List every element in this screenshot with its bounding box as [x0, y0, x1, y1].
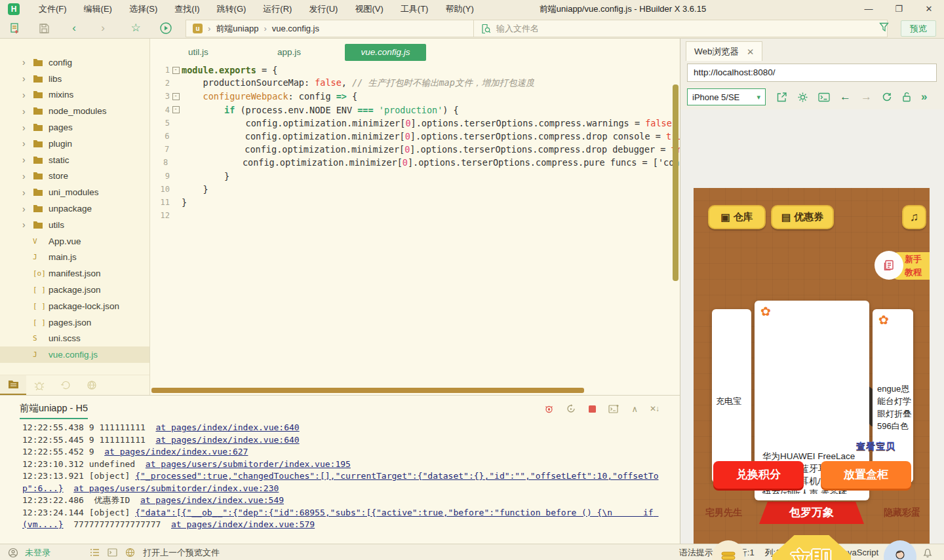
tree-folder-pages[interactable]: ›pages	[0, 119, 149, 136]
tree-file-package-lock.json[interactable]: [ ]package-lock.json	[0, 298, 149, 314]
editor-tab-util.js[interactable]: util.js	[179, 44, 218, 61]
menu-item[interactable]: 跳转(G)	[208, 0, 255, 18]
series-tab-right[interactable]: 隐藏彩蛋	[884, 507, 920, 519]
code-line[interactable]: 5 config.optimization.minimizer[0].optio…	[150, 117, 680, 130]
code-line[interactable]: 2 productionSourceMap: false, // 生产打包时不输…	[150, 77, 680, 90]
tree-folder-libs[interactable]: ›libs	[0, 71, 149, 87]
log-source-link[interactable]: at pages/users/submitorder/index.vue:230	[73, 483, 279, 493]
files-panel-icon[interactable]	[0, 375, 26, 395]
code-line[interactable]: 3- configureWebpack: config => {	[150, 90, 680, 103]
more-icon[interactable]: »	[921, 89, 927, 105]
product-card-right[interactable]: ✿ engue恩 能台灯学 眼灯折叠 596白色	[873, 309, 913, 483]
tree-folder-unpackage[interactable]: ›unpackage	[0, 200, 149, 217]
menu-item[interactable]: 视图(V)	[346, 0, 391, 18]
editor-horizontal-scrollbar[interactable]	[151, 388, 584, 393]
filter-icon[interactable]	[879, 22, 889, 32]
code-area[interactable]: 1-module.exports = {2 productionSourceMa…	[150, 64, 680, 222]
open-previous-preview[interactable]: 打开上一个预览文件	[143, 547, 220, 559]
code-line[interactable]: 11}	[150, 196, 680, 209]
chevron-right-icon[interactable]: ›	[22, 219, 33, 230]
tree-file-uni.scss[interactable]: Suni.scss	[0, 331, 149, 347]
stop-icon[interactable]	[588, 405, 597, 413]
menu-item[interactable]: 查找(I)	[166, 0, 208, 18]
breadcrumb-project[interactable]: 前端uniapp	[216, 23, 258, 35]
notification-bell-icon[interactable]	[923, 548, 932, 558]
console-tab[interactable]: 前端uniapp - H5	[20, 402, 88, 419]
tree-folder-uni_modules[interactable]: ›uni_modules	[0, 184, 149, 200]
fold-marker[interactable]: -	[170, 106, 182, 113]
code-line[interactable]: 10 }	[150, 183, 680, 196]
collapse-panel-icon[interactable]: ∧	[631, 404, 638, 414]
fold-marker[interactable]: -	[170, 93, 182, 100]
outline-list-icon[interactable]	[90, 548, 100, 557]
music-button[interactable]: ♫	[902, 205, 926, 229]
log-source-link[interactable]: at pages/index/index.vue:640	[156, 435, 300, 445]
editor-tab-vue.config.js[interactable]: vue.config.js	[345, 44, 426, 61]
chevron-right-icon[interactable]: ›	[22, 187, 33, 198]
menu-item[interactable]: 发行(U)	[300, 0, 346, 18]
code-editor[interactable]: util.jsapp.jsvue.config.js 1-module.expo…	[150, 39, 680, 395]
phone-preview[interactable]: ▣ 仓库 ▤ 优惠券 ♫ 新手教程 充电宝	[694, 188, 930, 560]
code-line[interactable]: 7 config.optimization.minimizer[0].optio…	[150, 143, 680, 156]
web-panel-icon[interactable]	[79, 380, 105, 390]
unlock-icon[interactable]	[902, 92, 911, 102]
user-circle-icon[interactable]	[8, 548, 18, 558]
chevron-right-icon[interactable]: ›	[22, 122, 33, 133]
save-icon[interactable]	[37, 21, 51, 35]
devtools-terminal-icon[interactable]	[818, 92, 830, 102]
preview-globe-icon[interactable]	[125, 548, 135, 557]
back-icon[interactable]: ‹	[67, 21, 81, 35]
terminal-status-icon[interactable]	[108, 548, 117, 557]
minimize-button[interactable]: —	[854, 0, 884, 18]
series-tab-active[interactable]: 包罗万象	[759, 502, 864, 524]
menu-item[interactable]: 帮助(Y)	[437, 0, 482, 18]
open-external-icon[interactable]	[776, 92, 787, 103]
editor-tab-app.js[interactable]: app.js	[268, 44, 310, 61]
tree-folder-utils[interactable]: ›utils	[0, 217, 149, 233]
forward-icon[interactable]: ›	[96, 21, 110, 35]
new-file-icon[interactable]	[8, 21, 22, 35]
login-status[interactable]: 未登录	[25, 547, 50, 559]
browser-forward-icon[interactable]: →	[861, 89, 872, 105]
chevron-right-icon[interactable]: ›	[22, 171, 33, 181]
chevron-right-icon[interactable]: ›	[22, 90, 33, 100]
restart-icon[interactable]	[566, 403, 576, 414]
tree-file-App.vue[interactable]: VApp.vue	[0, 233, 149, 250]
clear-console-icon[interactable]: ✕↓	[650, 404, 659, 413]
code-line[interactable]: 6 config.optimization.minimizer[0].optio…	[150, 130, 680, 143]
tree-folder-node_modules[interactable]: ›node_modules	[0, 103, 149, 119]
code-line[interactable]: 9 }	[150, 170, 680, 183]
product-card-left[interactable]: 充电宝	[712, 309, 751, 483]
series-tab-left[interactable]: 宅男先生	[705, 507, 742, 519]
breadcrumb[interactable]: u › 前端uniapp › vue.config.js	[186, 20, 486, 37]
tree-folder-mixins[interactable]: ›mixins	[0, 87, 149, 103]
history-panel-icon[interactable]	[52, 380, 79, 390]
tree-file-package.json[interactable]: [ ]package.json	[0, 282, 149, 298]
debug-bug-icon[interactable]	[544, 404, 554, 414]
tree-folder-store[interactable]: ›store	[0, 168, 149, 185]
refresh-icon[interactable]	[882, 92, 892, 102]
menu-item[interactable]: 文件(F)	[30, 0, 75, 18]
tree-folder-plugin[interactable]: ›plugin	[0, 136, 149, 152]
chevron-right-icon[interactable]: ›	[22, 57, 33, 67]
tree-folder-config[interactable]: ›config	[0, 54, 149, 71]
browser-tab[interactable]: Web浏览器 ✕	[686, 41, 762, 61]
menu-item[interactable]: 运行(R)	[254, 0, 300, 18]
code-line[interactable]: 8 config.optimization.minimizer[0].optio…	[150, 156, 680, 169]
code-line[interactable]: 12	[150, 209, 680, 222]
chevron-right-icon[interactable]: ›	[22, 155, 33, 165]
breadcrumb-file[interactable]: vue.config.js	[272, 24, 319, 33]
tree-folder-static[interactable]: ›static	[0, 152, 149, 168]
close-button[interactable]: ✕	[914, 0, 944, 18]
log-source-link[interactable]: at pages/index/index.vue:549	[140, 495, 284, 505]
browser-tab-close-icon[interactable]: ✕	[747, 47, 754, 57]
settings-gear-icon[interactable]	[797, 92, 808, 103]
code-line[interactable]: 1-module.exports = {	[150, 64, 680, 77]
editor-vertical-scrollbar[interactable]	[673, 84, 678, 281]
log-source-link[interactable]: at pages/users/submitorder/index.vue:195	[146, 459, 351, 469]
chevron-right-icon[interactable]: ›	[22, 73, 33, 84]
chevron-right-icon[interactable]: ›	[22, 204, 33, 214]
run-icon[interactable]	[159, 21, 173, 35]
menu-item[interactable]: 编辑(E)	[75, 0, 121, 18]
tree-file-main.js[interactable]: Jmain.js	[0, 250, 149, 266]
